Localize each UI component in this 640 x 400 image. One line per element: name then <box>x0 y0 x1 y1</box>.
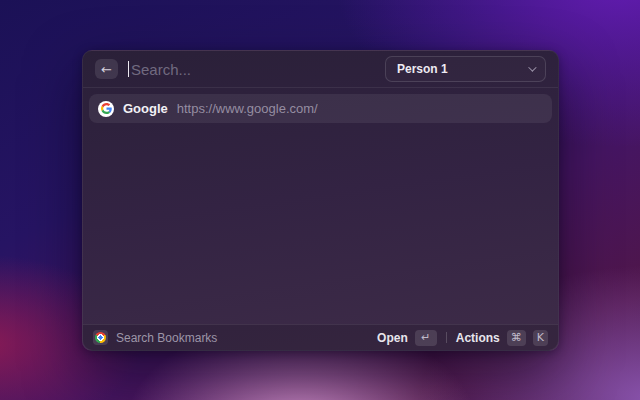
bookmark-list-item[interactable]: Google https://www.google.com/ <box>89 94 552 123</box>
empty-results-area <box>83 129 558 324</box>
profile-dropdown[interactable]: Person 1 <box>385 56 546 82</box>
k-key-icon[interactable]: K <box>533 330 548 346</box>
footer-app-label: Search Bookmarks <box>116 331 217 345</box>
search-field[interactable] <box>128 61 375 78</box>
bookmark-url: https://www.google.com/ <box>177 101 318 116</box>
window-footer: Search Bookmarks Open ↵ Actions ⌘ K <box>83 324 558 350</box>
profile-dropdown-value: Person 1 <box>397 62 448 76</box>
google-favicon-icon <box>98 101 114 117</box>
window-header: ← Person 1 <box>83 51 558 88</box>
search-input[interactable] <box>129 61 375 78</box>
back-button[interactable]: ← <box>95 59 118 79</box>
chrome-app-tile <box>93 330 108 345</box>
search-bookmarks-window: ← Person 1 G <box>82 50 559 351</box>
results-list: Google https://www.google.com/ <box>83 88 558 129</box>
desktop-background: ← Person 1 G <box>0 0 640 400</box>
open-action-label[interactable]: Open <box>377 331 408 345</box>
command-key-icon[interactable]: ⌘ <box>507 330 526 346</box>
back-arrow-icon: ← <box>101 63 112 76</box>
chevron-down-icon <box>528 63 536 71</box>
bookmark-title: Google <box>123 101 168 116</box>
actions-menu-label[interactable]: Actions <box>456 331 500 345</box>
enter-key-icon[interactable]: ↵ <box>415 330 437 346</box>
footer-actions: Open ↵ Actions ⌘ K <box>377 330 548 346</box>
footer-separator <box>446 332 447 343</box>
chrome-icon <box>95 332 106 343</box>
